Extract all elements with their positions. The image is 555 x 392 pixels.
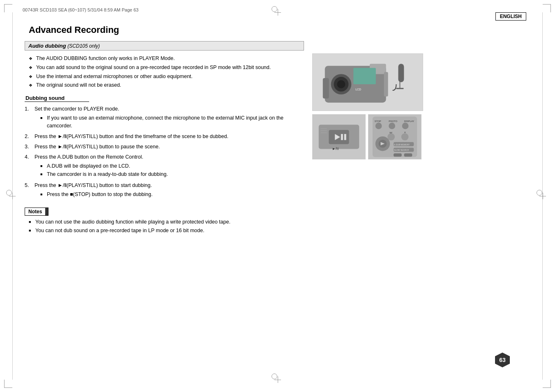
image-remote-play: ►/II xyxy=(312,114,366,159)
svg-rect-17 xyxy=(341,134,343,140)
svg-rect-8 xyxy=(384,72,388,97)
step-3: 3. Press the ►/Ⅱ(PLAY/STILL) button to p… xyxy=(25,143,304,151)
svg-text:STOP: STOP xyxy=(375,120,381,122)
notes-section: Notes You can not use the audio dubbing … xyxy=(25,208,304,235)
right-column: LCD xyxy=(312,41,427,236)
content-layout: Audio dubbing (SCD105 only) The AUDIO DU… xyxy=(25,41,530,236)
svg-text:DISPLAY: DISPLAY xyxy=(404,120,415,122)
image-bottom-row: ►/II STOP PHOTO xyxy=(312,114,427,159)
notes-label: Notes xyxy=(25,208,45,215)
audio-dubbing-header: Audio dubbing (SCD105 only) xyxy=(25,41,304,51)
svg-text:A.DUB MEMORY: A.DUB MEMORY xyxy=(394,144,410,146)
svg-rect-7 xyxy=(323,78,329,99)
steps-list: 1. Set the camcorder to PLAYER mode. If … xyxy=(25,105,304,199)
language-label: ENGLISH xyxy=(495,12,526,21)
svg-text:SLOW SEARCH: SLOW SEARCH xyxy=(394,149,409,151)
svg-point-33 xyxy=(387,133,395,141)
step-4-sub-2: The camcorder is in a ready-to-dub state… xyxy=(40,171,304,178)
svg-text:LCD: LCD xyxy=(355,88,361,91)
audio-dubbing-note: (SCD105 only) xyxy=(67,43,100,49)
step-5-sub-1: Press the ■(STOP) button to stop the dub… xyxy=(40,191,304,198)
step-2: 2. Press the ►/Ⅱ(PLAY/STILL) button and … xyxy=(25,133,304,141)
svg-text:PHOTO: PHOTO xyxy=(389,120,397,122)
bullet-2: You can add sound to the original sound … xyxy=(29,64,304,71)
svg-rect-10 xyxy=(399,81,400,89)
audio-dubbing-bullets: The AUDIO DUBBING function only works in… xyxy=(25,55,304,89)
image-camcorder-mic: LCD xyxy=(312,53,423,111)
bullet-3: Use the internal and external microphone… xyxy=(29,73,304,81)
svg-rect-40 xyxy=(394,153,402,157)
bullet-4: The original sound will not be erased. xyxy=(29,81,304,89)
remote-panel-svg: STOP PHOTO DISPLAY W T xyxy=(368,114,421,159)
page-title: Advanced Recording xyxy=(25,25,530,35)
svg-rect-18 xyxy=(344,134,346,140)
svg-point-30 xyxy=(402,123,409,129)
notes-list: You can not use the audio dubbing functi… xyxy=(25,218,304,235)
step-1: 1. Set the camcorder to PLAYER mode. If … xyxy=(25,105,304,130)
image-remote-panel: STOP PHOTO DISPLAY W T xyxy=(368,114,421,159)
left-column: Audio dubbing (SCD105 only) The AUDIO DU… xyxy=(25,41,304,236)
svg-rect-6 xyxy=(353,68,376,84)
step-4: 4. Press the A.DUB button on the Remote … xyxy=(25,153,304,179)
svg-point-34 xyxy=(401,133,409,141)
svg-point-28 xyxy=(375,123,382,129)
svg-point-29 xyxy=(389,123,395,129)
notes-tab-bar-decoration xyxy=(45,208,48,215)
step-4-sub-1: A.DUB will be displayed on the LCD. xyxy=(40,162,304,170)
note-2: You can not dub sound on a pre-recorded … xyxy=(29,227,304,235)
note-1: You can not use the audio dubbing functi… xyxy=(29,218,304,226)
notes-tab: Notes xyxy=(25,208,48,216)
remote-play-svg: ►/II xyxy=(313,114,365,159)
svg-rect-11 xyxy=(396,88,403,89)
step-5: 5. Press the ►/Ⅱ(PLAY/STILL) button to s… xyxy=(25,182,304,199)
bullet-1: The AUDIO DUBBING function only works in… xyxy=(29,55,304,62)
camcorder-mic-svg: LCD xyxy=(313,53,423,111)
svg-rect-9 xyxy=(398,64,404,82)
svg-text:►/II: ►/II xyxy=(332,147,339,151)
audio-dubbing-title: Audio dubbing xyxy=(28,43,66,49)
svg-rect-41 xyxy=(404,153,412,157)
page-header: ENGLISH xyxy=(25,12,530,21)
step-1-sub-1: If you want to use an external microphon… xyxy=(40,114,304,130)
svg-point-4 xyxy=(337,80,345,88)
dubbing-sound-heading: Dubbing sound xyxy=(25,95,89,102)
